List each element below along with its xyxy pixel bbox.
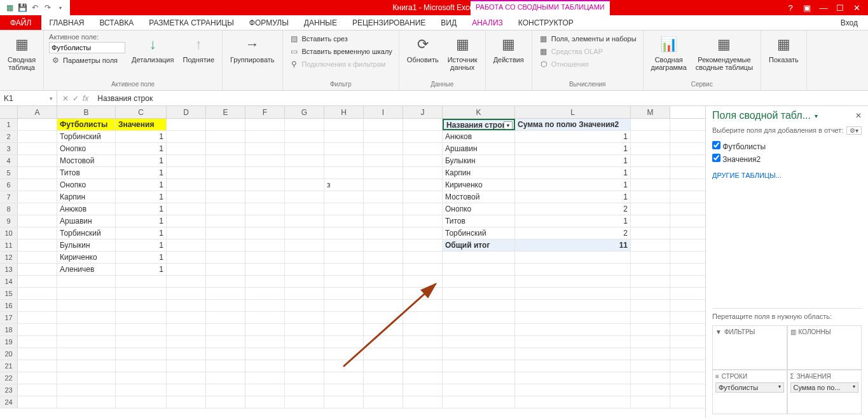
cell[interactable] <box>631 252 670 263</box>
cell[interactable]: 1 <box>515 131 631 142</box>
cell[interactable] <box>167 203 206 215</box>
cell[interactable]: 1 <box>515 143 631 154</box>
cell[interactable] <box>116 372 167 384</box>
cell[interactable]: з <box>324 179 364 191</box>
cell[interactable]: Мостовой <box>443 191 515 203</box>
cell[interactable] <box>167 264 206 275</box>
cell[interactable] <box>443 396 515 408</box>
cell[interactable] <box>364 312 403 323</box>
cell[interactable]: Аршавин <box>443 143 515 154</box>
tab-view[interactable]: ВИД <box>433 15 464 30</box>
cell[interactable] <box>631 348 670 360</box>
cell[interactable] <box>18 372 57 384</box>
cell[interactable] <box>285 372 324 384</box>
cell[interactable] <box>167 372 206 384</box>
col-header-J[interactable]: J <box>403 106 443 118</box>
cell[interactable] <box>631 167 670 179</box>
cell[interactable] <box>285 155 324 166</box>
cell[interactable]: Аршавин <box>57 215 116 227</box>
cell[interactable] <box>167 239 206 251</box>
cell[interactable] <box>245 336 285 347</box>
tab-formulas[interactable]: ФОРМУЛЫ <box>242 15 296 30</box>
relations-button[interactable]: ⬡Отношения <box>537 58 638 70</box>
cell[interactable] <box>515 372 631 384</box>
cell[interactable] <box>57 336 116 347</box>
row-header[interactable]: 21 <box>0 360 18 372</box>
cell[interactable]: 1 <box>116 155 167 166</box>
cell[interactable] <box>324 324 364 335</box>
cell[interactable] <box>206 312 245 323</box>
cell[interactable] <box>116 300 167 311</box>
rows-dropzone[interactable]: ≡СТРОКИФутболисты <box>712 370 787 414</box>
cell[interactable] <box>57 348 116 360</box>
cell[interactable] <box>324 336 364 347</box>
cell[interactable] <box>18 143 57 154</box>
cell[interactable] <box>18 191 57 203</box>
recommended-button[interactable]: ▦Рекомендуемые сводные таблицы <box>693 33 755 72</box>
cell[interactable] <box>245 372 285 384</box>
cell[interactable] <box>631 288 670 299</box>
cell[interactable] <box>285 348 324 360</box>
cell[interactable] <box>245 215 285 227</box>
cell[interactable] <box>245 396 285 408</box>
cell[interactable] <box>403 276 443 287</box>
cell[interactable] <box>515 360 631 372</box>
cell[interactable]: Мостовой <box>57 155 116 166</box>
close-icon[interactable]: ✕ <box>849 3 864 13</box>
cell[interactable] <box>403 155 443 166</box>
cell[interactable] <box>631 143 670 154</box>
cell[interactable] <box>403 288 443 299</box>
cell[interactable] <box>167 360 206 372</box>
cell[interactable] <box>403 131 443 142</box>
cell[interactable] <box>631 372 670 384</box>
cell[interactable]: 1 <box>116 131 167 142</box>
insert-slicer-button[interactable]: ▤Вставить срез <box>288 33 394 44</box>
cell[interactable] <box>167 396 206 408</box>
select-all-corner[interactable] <box>0 106 18 118</box>
minimize-icon[interactable]: — <box>816 3 831 13</box>
cell[interactable]: 1 <box>116 191 167 203</box>
cell[interactable] <box>167 215 206 227</box>
cell[interactable] <box>285 324 324 335</box>
cell[interactable] <box>324 119 364 130</box>
cell[interactable] <box>57 384 116 396</box>
cell[interactable] <box>245 252 285 263</box>
col-header-K[interactable]: K <box>443 106 515 118</box>
cell[interactable] <box>364 167 403 179</box>
row-header[interactable]: 6 <box>0 179 18 191</box>
cell[interactable] <box>245 155 285 166</box>
cell[interactable] <box>443 360 515 372</box>
row-header[interactable]: 9 <box>0 215 18 227</box>
cell[interactable] <box>364 288 403 299</box>
cell[interactable] <box>324 239 364 251</box>
cell[interactable] <box>167 336 206 347</box>
cell[interactable] <box>285 336 324 347</box>
tab-data[interactable]: ДАННЫЕ <box>296 15 345 30</box>
cell[interactable] <box>631 264 670 275</box>
cell[interactable] <box>18 300 57 311</box>
cell[interactable] <box>116 336 167 347</box>
tab-pagelayout[interactable]: РАЗМЕТКА СТРАНИЦЫ <box>141 15 242 30</box>
name-box[interactable]: K1 <box>0 91 57 105</box>
cell[interactable]: 1 <box>116 203 167 215</box>
cell[interactable] <box>18 312 57 323</box>
cell[interactable] <box>631 396 670 408</box>
cell[interactable] <box>206 191 245 203</box>
olap-button[interactable]: ▦Средства OLAP <box>537 46 638 57</box>
cell[interactable]: Булыкин <box>443 155 515 166</box>
cell[interactable] <box>206 288 245 299</box>
cell[interactable] <box>631 215 670 227</box>
cell[interactable] <box>324 227 364 239</box>
row-header[interactable]: 8 <box>0 203 18 215</box>
cell[interactable] <box>443 252 515 263</box>
tab-analyze[interactable]: АНАЛИЗ <box>464 15 511 30</box>
cell[interactable] <box>245 276 285 287</box>
tab-home[interactable]: ГЛАВНАЯ <box>41 15 92 30</box>
maximize-icon[interactable]: ☐ <box>832 3 848 13</box>
cell[interactable] <box>443 264 515 275</box>
cell[interactable] <box>443 324 515 335</box>
cell[interactable] <box>167 179 206 191</box>
cell[interactable] <box>167 252 206 263</box>
cell[interactable]: 1 <box>116 252 167 263</box>
cell[interactable] <box>403 336 443 347</box>
